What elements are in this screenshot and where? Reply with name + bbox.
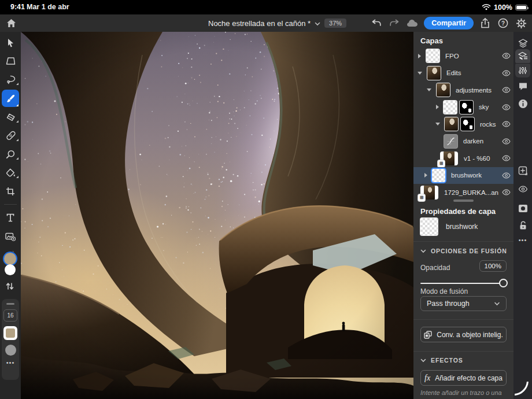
smart-object-thumbnail[interactable]: ⊞ — [420, 186, 438, 200]
layers-panel-button-active[interactable] — [515, 49, 530, 63]
info-icon[interactable] — [515, 97, 530, 110]
layer-row-adjustments[interactable]: adjustments — [413, 82, 513, 98]
opacity-value-field[interactable]: 100% — [479, 260, 507, 272]
tool-move[interactable] — [2, 36, 19, 49]
tool-options-panel: 16 ••• — [2, 299, 19, 380]
cloud-sync-icon[interactable] — [406, 17, 419, 29]
layer-mask-thumbnail[interactable] — [461, 117, 474, 131]
effects-header[interactable]: EFECTOS — [420, 357, 463, 364]
layer-row-v1[interactable]: ⊞ v1 - %60 — [413, 150, 513, 167]
visibility-eye-button[interactable] — [515, 182, 530, 196]
layer-row-fpo[interactable]: FPO — [413, 47, 513, 64]
smart-object-thumbnail[interactable]: ⊞ — [440, 152, 458, 165]
layer-thumbnail[interactable] — [445, 117, 458, 131]
layer-row-sky[interactable]: sky — [413, 99, 513, 116]
help-icon[interactable]: ? — [497, 17, 509, 29]
tool-brush[interactable] — [2, 90, 19, 107]
layer-name: sky — [479, 104, 498, 110]
layer-row-edits[interactable]: Edits — [413, 65, 513, 82]
foreground-color-swatch[interactable] — [4, 253, 16, 265]
opacity-label: Opacidad — [420, 264, 450, 272]
panel-drag-handle[interactable] — [6, 303, 14, 305]
expand-arrow-icon[interactable] — [424, 173, 427, 178]
expand-arrow-icon[interactable] — [418, 54, 421, 58]
tool-fill[interactable] — [2, 167, 19, 179]
layer-thumbnail[interactable] — [437, 83, 450, 97]
tool-crop[interactable] — [2, 185, 19, 197]
properties-panel-title: Propiedades de capa — [420, 207, 496, 216]
collapse-arrow-icon[interactable] — [418, 72, 422, 75]
tool-type[interactable] — [2, 212, 19, 224]
layer-thumbnail[interactable] — [444, 101, 457, 114]
layer-row-darken[interactable]: darken — [413, 133, 513, 150]
blend-mode-dropdown[interactable]: Pass through — [420, 296, 507, 311]
layer-row-rocks[interactable]: rocks — [413, 116, 513, 132]
visibility-eye-icon[interactable] — [498, 189, 513, 195]
settings-gear-icon[interactable] — [515, 17, 527, 29]
tool-rail: 16 ••• — [0, 32, 21, 399]
visibility-eye-icon[interactable] — [498, 121, 513, 127]
properties-panel-button-active[interactable] — [515, 64, 530, 77]
status-date: Mar 1 de abr — [27, 3, 69, 11]
visibility-eye-icon[interactable] — [498, 53, 513, 59]
zoom-level-badge[interactable]: 37% — [324, 19, 346, 28]
swap-colors-icon[interactable] — [5, 282, 15, 293]
brush-size-field[interactable]: 16 — [3, 309, 17, 322]
selected-layer-thumbnail — [420, 218, 438, 235]
visibility-eye-icon[interactable] — [498, 70, 513, 76]
layer-name: 1729_BURKA...anced-NR33 — [444, 189, 498, 196]
blend-options-header[interactable]: OPCIONES DE FUSIÓN — [420, 247, 507, 254]
tool-healing-brush[interactable] — [2, 130, 19, 142]
tool-transform[interactable] — [2, 55, 19, 67]
visibility-eye-icon[interactable] — [498, 87, 513, 93]
title-chevron-down-icon[interactable] — [315, 18, 320, 28]
export-icon[interactable] — [479, 17, 492, 29]
panel-splitter-handle[interactable] — [453, 200, 474, 202]
opacity-slider[interactable] — [420, 279, 507, 288]
layer-mask-button[interactable] — [515, 201, 530, 215]
document-canvas[interactable] — [21, 32, 413, 399]
document-title: Noche estrellada en el cañón * — [208, 19, 311, 28]
convert-to-smart-object-button[interactable]: Conv. a objeto intelig. — [420, 327, 507, 342]
layer-name: FPO — [445, 53, 498, 60]
add-layer-button[interactable] — [515, 164, 530, 178]
visibility-eye-icon[interactable] — [498, 155, 513, 161]
comments-icon[interactable] — [515, 79, 530, 93]
brush-preview-swatch[interactable] — [5, 345, 16, 356]
battery-percent: 100% — [494, 3, 512, 12]
layer-mask-thumbnail[interactable] — [460, 101, 473, 114]
layer-name: brushwork — [451, 172, 498, 179]
more-options-button[interactable]: ••• — [6, 361, 15, 364]
stacked-layers-icon[interactable] — [515, 36, 530, 50]
undo-button[interactable] — [370, 17, 383, 29]
layer-thumbnail[interactable] — [426, 49, 439, 62]
share-button[interactable]: Compartir — [424, 17, 474, 29]
slider-knob[interactable] — [499, 279, 508, 287]
add-layer-effect-button[interactable]: fx Añadir efecto de capa — [420, 370, 507, 386]
visibility-eye-icon[interactable] — [498, 138, 513, 145]
home-button[interactable] — [5, 17, 17, 29]
curves-adjustment-thumbnail[interactable] — [444, 135, 457, 148]
layer-thumbnail[interactable] — [427, 66, 441, 80]
layer-row-brushwork[interactable]: brushwork — [413, 167, 513, 184]
layer-row-1729[interactable]: ⊞ 1729_BURKA...anced-NR33 — [413, 184, 513, 201]
layer-name: adjustments — [456, 87, 498, 94]
brush-color-chip[interactable] — [3, 326, 17, 340]
tool-place-image[interactable] — [2, 230, 19, 242]
lock-layer-button[interactable] — [515, 219, 530, 232]
redo-button[interactable] — [388, 17, 401, 29]
layer-thumbnail-selected[interactable] — [432, 169, 445, 182]
more-panels-button[interactable]: ••• — [515, 233, 530, 247]
section-divider — [413, 351, 513, 352]
tool-lasso[interactable] — [2, 73, 19, 86]
svg-text:?: ? — [501, 20, 505, 27]
visibility-eye-icon[interactable] — [498, 104, 513, 110]
background-color-swatch[interactable] — [5, 264, 16, 275]
collapse-arrow-icon[interactable] — [427, 88, 431, 91]
chevron-down-icon — [494, 302, 500, 306]
tool-eraser[interactable] — [2, 111, 19, 123]
visibility-eye-icon[interactable] — [498, 172, 513, 179]
tool-magnifier[interactable] — [2, 148, 19, 160]
collapse-arrow-icon[interactable] — [435, 123, 440, 125]
expand-arrow-icon[interactable] — [436, 105, 439, 109]
